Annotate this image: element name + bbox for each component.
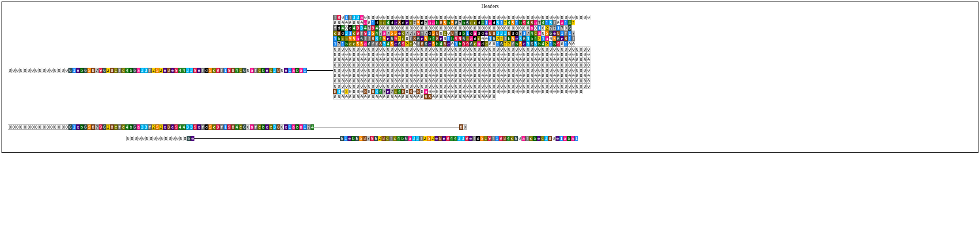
hex-cell: 4 xyxy=(450,136,453,141)
hex-cell: 1 xyxy=(333,36,337,41)
hex-cell: 3 xyxy=(140,124,144,130)
hex-cell: 0 xyxy=(31,68,34,73)
hex-cell: 0 xyxy=(454,62,458,68)
hex-cell: 0 xyxy=(503,78,507,84)
hex-cell: 5 xyxy=(511,36,515,41)
hex-cell: 0 xyxy=(447,89,450,94)
hex-cell: 0 xyxy=(19,124,23,130)
hex-cell: 0 xyxy=(507,46,511,52)
hex-cell: 0 xyxy=(390,25,394,30)
hex-cell: 0 xyxy=(19,68,23,73)
hex-cell: 0 xyxy=(356,78,360,84)
hex-cell: 3 xyxy=(356,15,360,20)
hex-cell: 0 xyxy=(390,78,394,84)
hex-cell: 0 xyxy=(463,124,467,130)
hex-cell: 0 xyxy=(458,73,462,78)
hex-cell: 0 xyxy=(450,25,454,30)
hex-cell: 9 xyxy=(174,68,178,73)
hex-cell: 0 xyxy=(413,84,417,89)
hex-cell: 0 xyxy=(488,52,492,57)
hex-cell: 0 xyxy=(496,89,500,94)
hex-cell: 6 xyxy=(84,124,88,130)
hex-cell: 7 xyxy=(379,30,382,36)
hex-cell: 8 xyxy=(420,41,424,46)
hex-cell: 0 xyxy=(363,68,367,73)
hex-cell: e xyxy=(386,36,390,41)
hex-cell: 0 xyxy=(507,84,511,89)
hex-cell: 6 xyxy=(556,36,560,41)
hex-cell: 0 xyxy=(564,15,568,20)
hex-cell: 0 xyxy=(428,73,431,78)
hex-cell: 0 xyxy=(431,52,435,57)
hex-cell: 0 xyxy=(549,52,553,57)
hex-cell: 6 xyxy=(469,41,473,46)
hex-cell: 0 xyxy=(560,46,564,52)
hex-cell: 0 xyxy=(458,46,462,52)
hex-cell: 7 xyxy=(538,20,541,25)
hex-cell: 0 xyxy=(424,25,428,30)
hex-cell: 0 xyxy=(507,73,511,78)
hex-cell: 0 xyxy=(549,46,553,52)
hex-grid-row: 0000000000000000000000000000000000000000… xyxy=(333,78,590,84)
hex-cell: 9 xyxy=(228,124,231,130)
hex-cell: 0 xyxy=(360,94,363,99)
hex-cell: e xyxy=(522,41,526,46)
hex-cell: a xyxy=(538,30,541,36)
hex-cell: b xyxy=(345,41,348,46)
hex-cell: 0 xyxy=(560,15,564,20)
hex-cell: 0 xyxy=(348,89,352,94)
hex-cell: e xyxy=(197,124,201,130)
hex-cell: e xyxy=(284,68,288,73)
hex-cell: a xyxy=(299,68,303,73)
hex-cell: 1 xyxy=(303,68,307,73)
hex-cell: 0 xyxy=(564,89,568,94)
hex-cell: f xyxy=(491,136,495,141)
hex-cell: 5 xyxy=(427,136,431,141)
hex-cell: f xyxy=(417,41,420,46)
hex-cell: 0 xyxy=(413,41,417,46)
hex-cell: 9 xyxy=(228,68,231,73)
hex-cell: 5 xyxy=(553,36,556,41)
hex-cell: 0 xyxy=(341,15,345,20)
hex-cell: 0 xyxy=(333,84,337,89)
hex-cell: 0 xyxy=(435,46,439,52)
hex-cell: 0 xyxy=(564,52,568,57)
hex-cell: 8 xyxy=(459,124,463,130)
hex-cell: c xyxy=(409,20,413,25)
hex-cell: 5 xyxy=(88,68,91,73)
hex-cell: 0 xyxy=(587,46,590,52)
hex-cell: 0 xyxy=(431,94,435,99)
hex-cell: c xyxy=(529,136,533,141)
hex-cell: c xyxy=(394,89,398,94)
hex-cell: 0 xyxy=(413,15,417,20)
hex-cell: f xyxy=(148,124,152,130)
hex-cell: 0 xyxy=(469,89,473,94)
hex-cell: 0 xyxy=(549,68,553,73)
hex-cell: 5 xyxy=(450,20,454,25)
hex-cell: 9 xyxy=(174,124,178,130)
hex-cell: 0 xyxy=(375,84,379,89)
hex-cell: 0 xyxy=(522,68,526,73)
hex-cell: 6 xyxy=(424,41,428,46)
hex-cell: 0 xyxy=(333,78,337,84)
hex-cell: c xyxy=(469,20,473,25)
hex-cell: 0 xyxy=(405,89,409,94)
hex-cell: 4 xyxy=(534,36,538,41)
hex-cell: d xyxy=(476,136,480,141)
hex-cell: 0 xyxy=(522,73,526,78)
hex-cell: 0 xyxy=(560,62,564,68)
hex-cell: 0 xyxy=(473,68,477,73)
hex-cell: 3 xyxy=(345,30,348,36)
hex-cell: 8 xyxy=(167,68,170,73)
hex-cell: 0 xyxy=(477,25,481,30)
hex-cell: 0 xyxy=(492,41,496,46)
hex-cell: 0 xyxy=(352,52,356,57)
hex-cell: 5 xyxy=(359,136,363,141)
hex-cell: 0 xyxy=(571,68,575,73)
hex-cell: 0 xyxy=(583,73,587,78)
hex-cell: c xyxy=(345,36,348,41)
hex-cell: d xyxy=(420,20,424,25)
hex-cell: 0 xyxy=(420,57,424,62)
hex-cell: 0 xyxy=(360,84,363,89)
hex-cell: 0 xyxy=(348,73,352,78)
